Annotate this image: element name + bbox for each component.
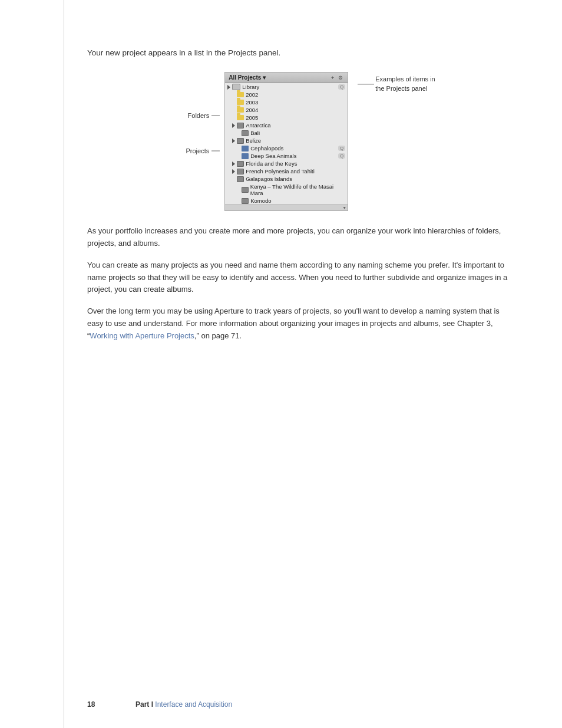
annotation-line2: the Projects panel xyxy=(375,84,435,93)
panel-title: All Projects ▾ xyxy=(229,74,266,81)
diagram-area: Folders Projects All Projects ▾ xyxy=(87,72,515,211)
projects-label: Projects xyxy=(186,147,210,154)
folders-label: Folders xyxy=(188,112,210,119)
paragraph3: Over the long term you may be using Aper… xyxy=(87,305,515,342)
add-button[interactable]: + xyxy=(330,75,335,81)
library-icon xyxy=(232,84,240,90)
panel-row-florida[interactable]: Florida and the Keys xyxy=(230,160,348,167)
panel-row-french-polynesia[interactable]: French Polynesia and Tahiti xyxy=(230,167,348,175)
left-margin-line xyxy=(64,0,64,728)
project-icon-kenya xyxy=(242,187,249,193)
triangle-icon xyxy=(227,85,230,90)
panel-scrollbar[interactable]: ▼ xyxy=(225,205,348,210)
panel-row-2002[interactable]: 2002 xyxy=(230,91,348,98)
panel-header-buttons: + ⚙ xyxy=(330,75,344,81)
footer-chapter-text: Part I Interface and Acquisition xyxy=(135,700,232,709)
row-text-2003: 2003 xyxy=(246,99,258,106)
footer-part-label: Part I xyxy=(135,700,153,709)
row-text-antarctica: Antarctica xyxy=(246,122,270,129)
badge-cephalopods: Q xyxy=(338,146,345,151)
panel-row-belize[interactable]: Belize xyxy=(230,137,348,144)
folder-icon-2002 xyxy=(237,92,244,97)
annotation-arrow xyxy=(358,81,375,87)
content-area: Your new project appears in a list in th… xyxy=(87,47,515,342)
search-badge-library: Q xyxy=(338,84,345,90)
panel-row-komodo[interactable]: Komodo xyxy=(234,197,348,205)
annotation-text-block: Examples of items in the Projects panel xyxy=(375,75,435,93)
panel-row-antarctica[interactable]: Antarctica xyxy=(230,121,348,129)
footer-chapter-name: Interface and Acquisition xyxy=(155,700,232,709)
triangle-icon-florida xyxy=(232,162,235,166)
panel-row-2005[interactable]: 2005 xyxy=(230,114,348,121)
smart-icon-cephalopods xyxy=(242,146,249,151)
page-number: 18 xyxy=(87,700,95,709)
right-annotation: Examples of items in the Projects panel xyxy=(358,72,435,94)
row-text-2002: 2002 xyxy=(246,91,258,98)
folder-icon-2003 xyxy=(237,100,244,105)
panel-row-bali[interactable]: Bali xyxy=(234,129,348,137)
panel-row-cephalopods[interactable]: Cephalopods Q xyxy=(234,144,348,152)
paragraph3-part2: ,” on page 71. xyxy=(194,331,242,340)
project-icon-komodo xyxy=(242,198,249,204)
project-icon-florida xyxy=(237,161,244,167)
folders-label-row: Folders xyxy=(188,112,220,119)
row-text-2005: 2005 xyxy=(246,114,258,121)
project-icon-belize xyxy=(237,138,244,144)
triangle-icon-antarctica xyxy=(232,123,235,128)
triangle-icon-polynesia xyxy=(232,169,235,174)
annotation-line-row: Examples of items in the Projects panel xyxy=(358,75,435,93)
row-text-belize: Belize xyxy=(246,137,261,144)
project-icon-galapagos xyxy=(237,176,244,182)
gear-button[interactable]: ⚙ xyxy=(337,75,344,81)
row-text-komodo: Komodo xyxy=(250,197,271,204)
folder-icon-2004 xyxy=(237,107,244,113)
projects-label-row: Projects xyxy=(186,147,220,154)
project-icon-bali xyxy=(242,130,249,136)
paragraph2: You can create as many projects as you n… xyxy=(87,259,515,296)
panel-row-kenya[interactable]: Kenya – The Wildlife of the Masai Mara xyxy=(234,183,348,197)
panel-row-2004[interactable]: 2004 xyxy=(230,106,348,114)
page: Your new project appears in a list in th… xyxy=(0,0,562,728)
panel-row-2003[interactable]: 2003 xyxy=(230,98,348,106)
row-text-kenya: Kenya – The Wildlife of the Masai Mara xyxy=(250,183,345,196)
panel-row-galapagos[interactable]: Galapagos Islands xyxy=(230,175,348,183)
folder-icon-2005 xyxy=(237,115,244,120)
row-text-library: Library xyxy=(242,84,259,90)
smart-icon-deep-sea xyxy=(242,153,249,159)
row-text-polynesia: French Polynesia and Tahiti xyxy=(246,168,315,174)
project-icon-polynesia xyxy=(237,169,244,174)
badge-deep-sea: Q xyxy=(338,153,345,159)
annotation-line1: Examples of items in xyxy=(375,75,435,84)
panel-header: All Projects ▾ + ⚙ xyxy=(225,73,348,83)
triangle-icon-belize xyxy=(232,139,235,143)
body-paragraphs: As your portfolio increases and you crea… xyxy=(87,225,515,342)
row-text-florida: Florida and the Keys xyxy=(246,160,297,167)
row-text-bali: Bali xyxy=(250,130,260,136)
project-icon-antarctica xyxy=(237,123,244,129)
row-text-cephalopods: Cephalopods xyxy=(250,145,283,151)
panel-row-deep-sea[interactable]: Deep Sea Animals Q xyxy=(234,152,348,160)
projects-panel: All Projects ▾ + ⚙ Library Q xyxy=(224,72,348,211)
working-with-link[interactable]: Working with Aperture Projects xyxy=(90,331,194,340)
row-text-2004: 2004 xyxy=(246,107,258,113)
intro-text: Your new project appears in a list in th… xyxy=(87,47,515,59)
paragraph1: As your portfolio increases and you crea… xyxy=(87,225,515,250)
row-text-galapagos: Galapagos Islands xyxy=(246,176,292,182)
panel-row-library[interactable]: Library Q xyxy=(225,83,348,91)
row-text-deep-sea: Deep Sea Animals xyxy=(250,153,296,159)
